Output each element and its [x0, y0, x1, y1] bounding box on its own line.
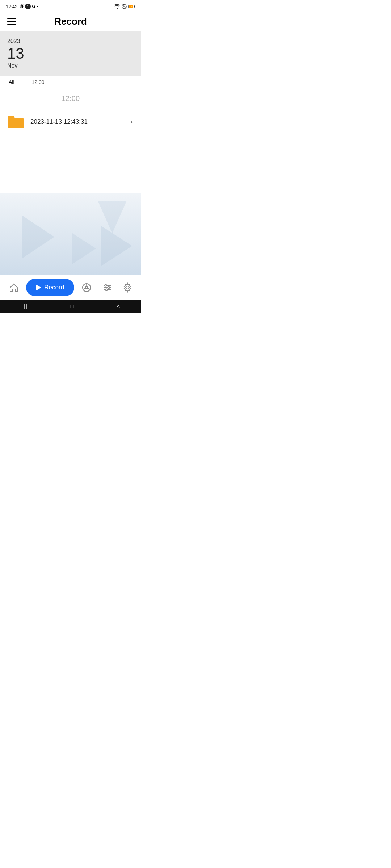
home-button[interactable]: □ — [71, 303, 74, 310]
time-group-header: 12:00 — [0, 89, 141, 108]
steering-wheel-icon — [81, 282, 92, 293]
svg-marker-6 — [22, 215, 54, 259]
svg-point-11 — [85, 286, 88, 289]
home-icon — [9, 282, 19, 293]
svg-point-20 — [105, 289, 107, 291]
record-timestamp: 2023-11-13 12:43:31 — [30, 118, 121, 125]
svg-line-1 — [122, 5, 126, 8]
g-network-icon: G — [32, 4, 35, 9]
svg-marker-9 — [72, 233, 96, 264]
record-item[interactable]: 2023-11-13 12:43:31 → — [0, 108, 141, 136]
battery-icon — [128, 4, 135, 9]
bottom-nav: Record — [0, 275, 141, 300]
no-alarm-icon — [122, 4, 127, 9]
date-month: Nov — [7, 63, 134, 69]
nav-settings[interactable] — [119, 281, 135, 294]
play-icon — [36, 285, 41, 290]
system-nav-bar: ||| □ < — [0, 300, 141, 313]
arrow-right-icon: → — [127, 118, 134, 126]
svg-line-14 — [88, 288, 91, 290]
svg-line-13 — [83, 288, 86, 290]
date-section: 2023 13 Nov — [0, 31, 141, 76]
nav-filter[interactable] — [99, 281, 115, 294]
tab-all[interactable]: All — [0, 76, 23, 89]
svg-point-21 — [126, 286, 129, 289]
page-title: Record — [54, 16, 87, 27]
folder-icon — [7, 115, 25, 129]
date-day: 13 — [7, 45, 134, 62]
background-decoration — [0, 193, 141, 288]
nav-home[interactable] — [6, 281, 22, 294]
back-button[interactable]: < — [117, 303, 120, 310]
sliders-icon — [102, 282, 112, 293]
record-button[interactable]: Record — [26, 279, 74, 296]
svg-point-18 — [108, 287, 109, 289]
svg-marker-8 — [101, 226, 132, 266]
recents-button[interactable]: ||| — [21, 303, 28, 310]
app-header: Record — [0, 12, 141, 31]
dot-icon: • — [37, 4, 39, 9]
notification-icon: 1 — [25, 4, 31, 9]
bg-triangle-right — [101, 226, 134, 266]
time-tabs: All 12:00 — [0, 76, 141, 89]
bg-triangle-mid — [72, 233, 98, 264]
photo-icon: 🖼 — [19, 4, 24, 9]
nav-drive[interactable] — [79, 281, 94, 294]
record-label: Record — [44, 284, 64, 291]
status-right — [114, 4, 135, 9]
wifi-icon — [114, 4, 120, 9]
time-display: 12:43 — [6, 4, 18, 9]
status-bar: 12:43 🖼 1 G • — [0, 0, 141, 12]
bg-triangle-left — [22, 215, 58, 259]
status-left: 12:43 🖼 1 G • — [6, 4, 38, 9]
tab-1200[interactable]: 12:00 — [23, 76, 53, 89]
svg-point-16 — [105, 285, 106, 286]
svg-rect-3 — [134, 6, 135, 7]
gear-icon — [122, 282, 133, 293]
date-year: 2023 — [7, 38, 134, 44]
menu-button[interactable] — [7, 18, 16, 25]
